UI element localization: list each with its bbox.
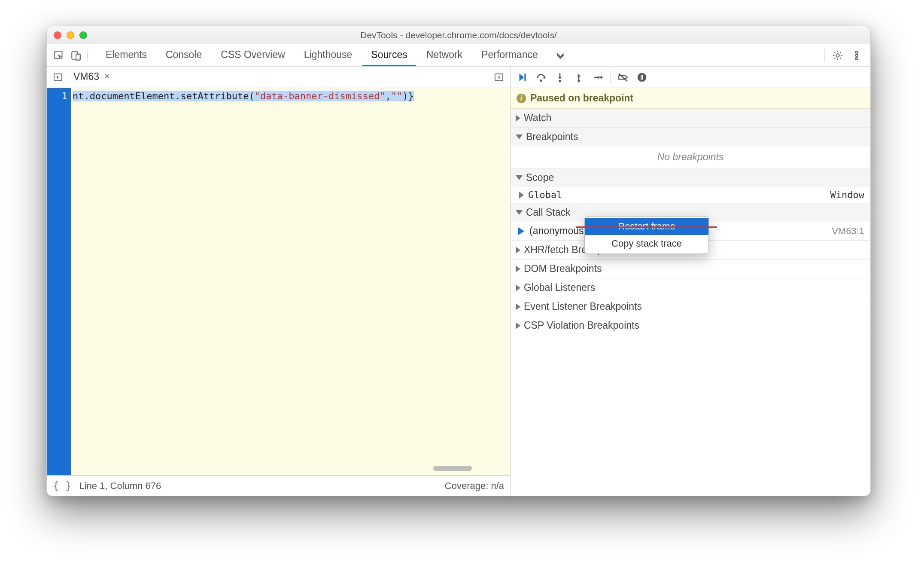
divider [610, 71, 611, 83]
current-frame-arrow-icon [518, 227, 524, 235]
svg-point-13 [578, 79, 580, 82]
settings-icon[interactable] [829, 47, 846, 64]
step-button[interactable] [589, 69, 607, 86]
tab-css-overview[interactable]: CSS Overview [212, 44, 294, 66]
svg-rect-10 [524, 73, 526, 81]
svg-point-4 [836, 54, 839, 57]
chevron-down-icon [516, 175, 523, 180]
context-menu: Restart frame Copy stack trace [584, 216, 709, 254]
scope-name: Global [528, 189, 562, 200]
scope-row-global[interactable]: Global Window [511, 187, 870, 203]
pretty-print-icon[interactable]: { } [53, 480, 79, 492]
main-tabs: Elements Console CSS Overview Lighthouse… [97, 44, 822, 66]
frame-location: VM63:1 [832, 226, 864, 237]
mac-titlebar: DevTools - developer.chrome.com/docs/dev… [47, 26, 870, 44]
chevron-right-icon [516, 115, 520, 122]
toolbar-divider [87, 49, 88, 62]
context-menu-copy-stack-trace[interactable]: Copy stack trace [585, 235, 708, 252]
sources-sub-toolbar: VM63 × [47, 67, 510, 88]
chevron-right-icon [516, 284, 520, 291]
navigator-toggle-icon[interactable] [49, 69, 67, 86]
csp-breakpoints-section-header[interactable]: CSP Violation Breakpoints [511, 316, 870, 335]
chevron-right-icon [516, 247, 520, 254]
deactivate-breakpoints-button[interactable] [614, 69, 632, 86]
debugger-pane: i Paused on breakpoint Watch Breakpoints… [511, 67, 870, 496]
strikethrough-annotation [576, 226, 717, 228]
close-window-button[interactable] [54, 31, 61, 39]
tab-network[interactable]: Network [418, 44, 471, 66]
chevron-right-icon [516, 303, 520, 310]
event-listener-breakpoints-section-header[interactable]: Event Listener Breakpoints [511, 297, 870, 316]
status-bar: { } Line 1, Column 676 Coverage: n/a [47, 475, 510, 496]
scope-section-header[interactable]: Scope [511, 168, 870, 187]
svg-rect-16 [642, 75, 643, 79]
step-out-button[interactable] [570, 69, 588, 86]
gutter: 1 [47, 88, 71, 475]
zoom-window-button[interactable] [79, 31, 87, 39]
svg-rect-2 [76, 54, 80, 60]
sources-left-pane: VM63 × 1 nt.documentElement.setAttribute… [47, 67, 511, 496]
line-number: 1 [62, 91, 67, 101]
pause-on-exceptions-button[interactable] [633, 69, 651, 86]
dom-breakpoints-section-header[interactable]: DOM Breakpoints [511, 260, 870, 278]
more-tabs-icon[interactable] [552, 47, 569, 64]
call-stack-frame[interactable]: (anonymous) VM63:1 Restart frame Copy st… [511, 222, 870, 240]
chevron-down-icon [516, 210, 523, 215]
tab-sources[interactable]: Sources [362, 44, 416, 66]
horizontal-scroll-thumb[interactable] [433, 466, 472, 471]
file-tab-name: VM63 [73, 71, 99, 82]
tab-console[interactable]: Console [157, 44, 210, 66]
device-toggle-icon[interactable] [67, 47, 85, 64]
tab-elements[interactable]: Elements [97, 44, 155, 66]
breakpoints-section-header[interactable]: Breakpoints [511, 128, 870, 146]
pause-message: Paused on breakpoint [530, 92, 633, 104]
svg-rect-15 [641, 75, 641, 79]
inspect-element-icon[interactable] [50, 47, 67, 64]
tab-lighthouse[interactable]: Lighthouse [295, 44, 361, 66]
chevron-right-icon [516, 266, 520, 272]
devtools-window: DevTools - developer.chrome.com/docs/dev… [46, 26, 871, 496]
no-breakpoints-message: No breakpoints [511, 146, 870, 168]
devtools-toolbar: Elements Console CSS Overview Lighthouse… [47, 44, 870, 67]
step-into-button[interactable] [551, 69, 569, 86]
context-menu-restart-frame[interactable]: Restart frame [585, 218, 708, 235]
close-tab-icon[interactable]: × [103, 71, 112, 82]
step-over-button[interactable] [532, 69, 550, 86]
svg-point-6 [856, 54, 858, 56]
debugger-pane-toggle-icon[interactable] [490, 69, 508, 86]
chevron-right-icon [516, 322, 520, 329]
svg-point-11 [540, 79, 542, 81]
tab-performance[interactable]: Performance [473, 44, 547, 66]
minimize-window-button[interactable] [67, 31, 74, 39]
watch-section-header[interactable]: Watch [511, 109, 870, 127]
code-editor[interactable]: 1 nt.documentElement.setAttribute("data-… [47, 88, 510, 475]
coverage-status: Coverage: n/a [445, 480, 504, 492]
code-line: nt.documentElement.setAttribute("data-ba… [71, 88, 414, 101]
devtools-body: VM63 × 1 nt.documentElement.setAttribute… [47, 67, 870, 496]
window-title: DevTools - developer.chrome.com/docs/dev… [47, 30, 870, 40]
cursor-position: Line 1, Column 676 [79, 480, 161, 492]
chevron-down-icon [516, 134, 523, 139]
svg-point-5 [856, 51, 858, 53]
traffic-lights [47, 31, 87, 39]
svg-point-12 [559, 79, 561, 82]
file-tab[interactable]: VM63 × [67, 67, 115, 88]
svg-point-14 [600, 76, 602, 78]
pause-message-bar: i Paused on breakpoint [511, 88, 870, 109]
scope-value: Window [830, 189, 864, 200]
toolbar-divider [824, 49, 825, 62]
info-icon: i [517, 94, 526, 103]
resume-button[interactable] [513, 69, 531, 86]
debug-toolbar [511, 67, 870, 88]
global-listeners-section-header[interactable]: Global Listeners [511, 278, 870, 297]
chevron-right-icon [519, 192, 524, 199]
svg-point-7 [856, 58, 858, 60]
kebab-menu-icon[interactable] [848, 47, 865, 64]
